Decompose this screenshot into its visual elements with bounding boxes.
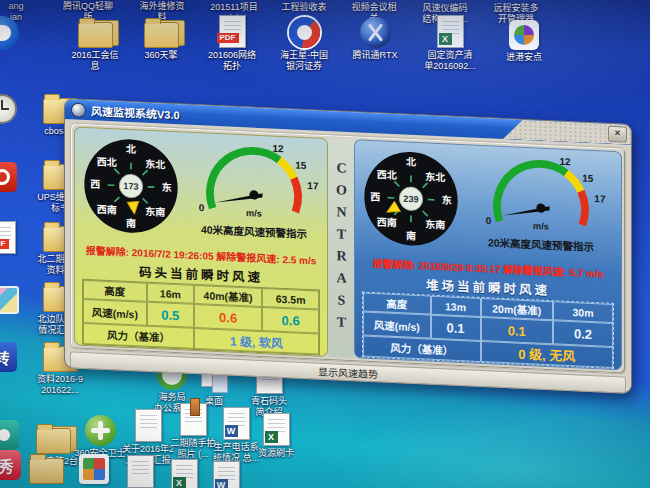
svg-text:东南: 东南 — [425, 218, 445, 231]
folder-icon — [29, 458, 64, 484]
wind-direction-compass: 北 东北 东 东南 南 西南 西 西北 173 — [81, 134, 181, 239]
red-app-icon — [0, 162, 17, 192]
clock-icon — [0, 94, 17, 124]
svg-text:东南: 东南 — [145, 205, 165, 218]
folder-icon — [144, 22, 179, 48]
height-3: 63.5m — [262, 288, 319, 310]
speed-3: 0.2 — [553, 320, 613, 347]
yard-panel: 北 东北 东 东南 南 西南 西 西北 239 — [354, 139, 622, 370]
close-button[interactable]: × — [608, 126, 627, 143]
svg-text:西南: 西南 — [377, 216, 397, 229]
speed-2: 0.1 — [481, 317, 554, 344]
titlebar-right: × — [503, 119, 631, 145]
desktop-icon[interactable]: 360天擎 — [130, 14, 192, 61]
desktop-icon[interactable] — [0, 158, 20, 194]
red-xiu-icon: 秀 — [0, 450, 21, 480]
desktop-icon[interactable]: 转 — [0, 338, 20, 374]
pdf-icon — [219, 15, 246, 48]
app-icon — [71, 102, 86, 118]
svg-text:15: 15 — [295, 159, 307, 171]
height-1: 16m — [147, 283, 194, 304]
wind-direction-value: 239 — [403, 194, 418, 205]
doc-icon — [127, 455, 154, 488]
svg-text:东北: 东北 — [145, 158, 165, 171]
svg-text:西: 西 — [370, 191, 380, 202]
svg-text:17: 17 — [307, 180, 319, 192]
wind-speed-table: 高度 16m 40m(基准) 63.5m 风速(m/s) 0.5 0.6 0.6… — [82, 279, 320, 356]
photo-icon — [0, 286, 19, 314]
svg-text:东: 东 — [162, 181, 172, 193]
color-app-icon — [509, 20, 539, 50]
svg-text:17: 17 — [594, 193, 606, 205]
svg-text:西: 西 — [90, 179, 100, 190]
svg-text:西南: 西南 — [97, 203, 117, 216]
zip-icon — [180, 403, 207, 436]
window-body: 北 东北 东 东南 南 西南 西 西北 173 — [70, 122, 626, 374]
force-value: 1 级, 软风 — [194, 328, 319, 355]
folder-icon — [78, 22, 113, 48]
svg-text:m/s: m/s — [246, 208, 262, 219]
svg-text:北: 北 — [126, 142, 136, 154]
desktop-icon[interactable] — [74, 450, 114, 486]
svg-text:南: 南 — [126, 217, 136, 229]
svg-text:15: 15 — [582, 173, 594, 185]
contrast-label: CONTRAST — [333, 160, 349, 337]
contrast-divider: CONTRAST — [328, 138, 354, 358]
desktop-icon[interactable] — [0, 280, 20, 316]
wind-monitor-window: 风速监视系统V3.0 × 北 — [64, 98, 632, 394]
desktop-icon[interactable] — [120, 454, 160, 488]
svg-text:东: 东 — [442, 193, 452, 205]
dock-panel: 北 东北 东 东南 南 西南 西 西北 173 — [74, 126, 328, 357]
desktop-icon[interactable] — [0, 220, 20, 256]
speed-3: 0.6 — [262, 307, 319, 334]
desktop-icon[interactable] — [164, 458, 204, 488]
excel-icon — [171, 459, 198, 488]
word-icon — [223, 407, 250, 440]
word-icon — [213, 461, 240, 488]
window-title: 风速监视系统V3.0 — [91, 102, 180, 122]
pdf-icon — [0, 221, 16, 254]
svg-text:南: 南 — [406, 229, 416, 241]
speed-label: 风速(m/s) — [363, 312, 431, 339]
wind-speed-gauge: 0 12 15 17 m/s — [181, 136, 327, 231]
speed-1: 0.5 — [147, 302, 194, 328]
svg-text:m/s: m/s — [533, 221, 549, 232]
speed-1: 0.1 — [431, 315, 481, 341]
desktop-icon[interactable] — [26, 450, 66, 486]
svg-text:0: 0 — [199, 202, 205, 213]
360-icon — [85, 415, 116, 446]
doc-icon — [135, 409, 162, 442]
sphere-icon — [360, 17, 391, 48]
grid-icon — [79, 454, 109, 484]
wind-direction-compass: 北 东北 东 东南 南 西南 西 西北 239 — [361, 146, 461, 251]
svg-text:12: 12 — [560, 156, 572, 168]
desktop-icon[interactable]: 201606网络 拓扑 — [198, 14, 266, 72]
force-label: 风力（基准） — [83, 323, 194, 349]
force-label: 风力（基准） — [363, 336, 481, 362]
desktop-icon[interactable]: 2016工会信 息 — [62, 14, 128, 72]
wangwang-icon — [0, 16, 19, 50]
desktop-icon[interactable]: 进港安点 — [492, 16, 556, 63]
desktop-icon[interactable] — [0, 16, 22, 52]
svg-text:西北: 西北 — [377, 168, 397, 181]
excel-icon — [437, 15, 464, 48]
svg-text:北: 北 — [406, 155, 416, 167]
desktop-icon[interactable]: 腾讯通RTX — [342, 14, 408, 61]
desktop-icon[interactable]: 秀 — [0, 446, 24, 482]
height-1: 13m — [431, 296, 481, 317]
excel-icon — [263, 413, 290, 446]
wind-speed-gauge: 0 12 15 17 m/s — [462, 149, 620, 244]
desktop-icon[interactable]: 资源刷卡 — [248, 412, 304, 459]
desktop-icon[interactable] — [206, 460, 246, 488]
desktop-icon[interactable]: 海王星-中国 银河证券 — [270, 14, 338, 72]
speed-label: 风速(m/s) — [83, 299, 147, 326]
desktop: ang ian 腾讯QQ轻聊 版 海外维修资 料 201511项目 (2) 工程… — [0, 0, 650, 488]
desktop-icon[interactable]: 固定资产清 单2016092... — [414, 14, 486, 72]
svg-text:西北: 西北 — [97, 155, 117, 168]
wind-direction-value: 173 — [123, 181, 138, 192]
desktop-icon[interactable] — [0, 90, 20, 126]
svg-text:东北: 东北 — [425, 170, 445, 183]
svg-text:12: 12 — [273, 143, 285, 155]
desktop-icon[interactable]: 工程验收表 — [270, 2, 338, 13]
neptune-icon — [289, 17, 320, 48]
